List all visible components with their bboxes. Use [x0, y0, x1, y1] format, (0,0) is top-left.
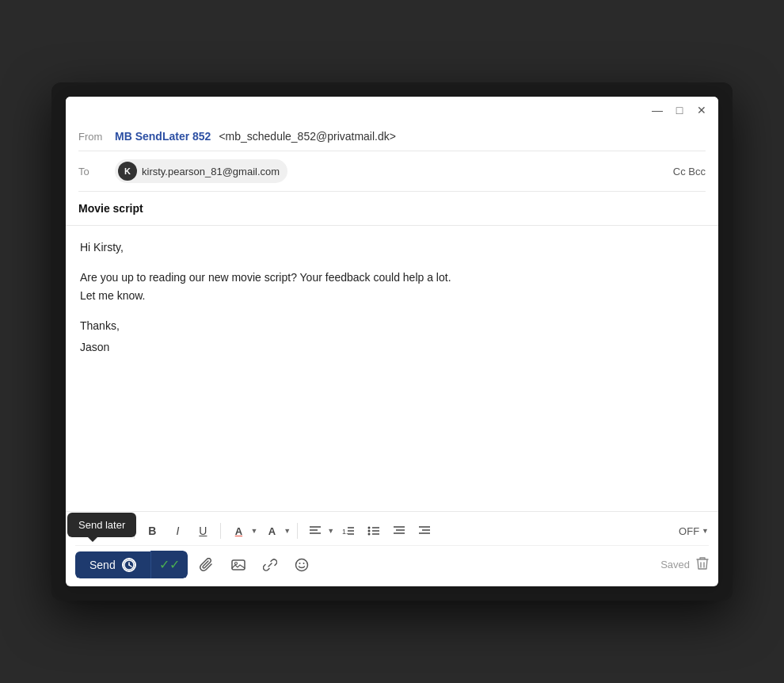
subject-text: Movie script: [78, 202, 143, 215]
off-chevron: ▼: [702, 527, 709, 535]
svg-text:1.: 1.: [342, 528, 348, 536]
clock-icon: [122, 558, 136, 572]
decrease-indent-button[interactable]: [388, 520, 410, 542]
svg-point-26: [303, 563, 304, 564]
sign1: Thanks,: [80, 317, 704, 334]
highlight-button[interactable]: A: [261, 520, 283, 542]
svg-point-25: [299, 563, 300, 564]
send-later-tooltip: Send later: [67, 513, 136, 537]
saved-label: Saved: [660, 559, 690, 570]
off-toggle[interactable]: OFF ▼: [679, 525, 709, 537]
separator-2: [220, 523, 221, 539]
send-button[interactable]: Send: [75, 551, 150, 578]
svg-point-24: [295, 559, 307, 570]
alignment-dropdown[interactable]: ▼: [304, 520, 334, 542]
font-color-chevron: ▼: [250, 527, 257, 535]
delete-button[interactable]: [696, 556, 709, 574]
off-label: OFF: [679, 525, 699, 537]
attachment-button[interactable]: [194, 552, 219, 578]
emoji-button[interactable]: [289, 552, 314, 578]
svg-line-21: [129, 565, 131, 567]
from-label: From: [78, 131, 107, 143]
send-btn-group: Send ✓✓: [75, 551, 188, 578]
title-bar: — □ ✕: [66, 97, 718, 122]
align-chevron: ▼: [327, 527, 334, 535]
body-line2: Let me know.: [80, 287, 704, 304]
greeting-line: Hi Kirsty,: [80, 238, 704, 256]
title-bar-controls: — □ ✕: [652, 105, 707, 116]
formatting-toolbar: Arial 10 ▼ B I U A ▼ A ▼: [75, 517, 709, 546]
from-row: From MB SendLater 852 <mb_schedule_852@p…: [78, 122, 706, 151]
font-color-button[interactable]: A: [227, 520, 249, 542]
action-toolbar: Send later Send: [75, 546, 709, 582]
ordered-list-button[interactable]: 1.: [337, 520, 360, 542]
cc-bcc-button[interactable]: Cc Bcc: [673, 166, 706, 177]
sign2: Jason: [80, 338, 704, 356]
check-icon: ✓✓: [159, 558, 180, 571]
svg-point-8: [368, 530, 371, 532]
link-button[interactable]: [257, 552, 283, 578]
recipient-email: kirsty.pearson_81@gmail.com: [142, 166, 280, 177]
font-color-dropdown[interactable]: A ▼: [227, 520, 257, 542]
bold-button[interactable]: B: [141, 520, 163, 542]
saved-area: Saved: [660, 556, 709, 574]
to-label: To: [78, 166, 107, 177]
toolbar-area: Arial 10 ▼ B I U A ▼ A ▼: [66, 511, 718, 586]
svg-point-7: [368, 527, 371, 529]
header-section: From MB SendLater 852 <mb_schedule_852@p…: [66, 122, 718, 192]
send-button-container: Send later Send: [75, 551, 188, 578]
image-button[interactable]: [226, 552, 251, 578]
check-button[interactable]: ✓✓: [150, 551, 188, 578]
send-label: Send: [89, 559, 116, 571]
from-email: <mb_schedule_852@privatmail.dk>: [219, 130, 396, 143]
unordered-list-button[interactable]: [363, 520, 385, 542]
align-button[interactable]: [304, 520, 326, 542]
from-name: MB SendLater 852: [115, 130, 211, 143]
svg-point-9: [368, 533, 371, 536]
separator-3: [297, 523, 298, 539]
compose-window: — □ ✕ From MB SendLater 852 <mb_schedule…: [66, 97, 718, 586]
maximize-button[interactable]: □: [674, 105, 685, 116]
svg-rect-22: [232, 560, 245, 570]
svg-point-23: [234, 562, 237, 564]
subject-row: Movie script: [66, 192, 718, 226]
avatar: K: [118, 162, 137, 181]
close-button[interactable]: ✕: [696, 105, 707, 116]
highlight-chevron: ▼: [284, 527, 291, 535]
body-line1: Are you up to reading our new movie scri…: [80, 269, 704, 286]
highlight-dropdown[interactable]: A ▼: [261, 520, 291, 542]
recipient-chip[interactable]: K kirsty.pearson_81@gmail.com: [115, 159, 287, 183]
minimize-button[interactable]: —: [652, 105, 663, 116]
window-shadow: — □ ✕ From MB SendLater 852 <mb_schedule…: [51, 82, 733, 601]
underline-button[interactable]: U: [192, 520, 214, 542]
email-body[interactable]: Hi Kirsty, Are you up to reading our new…: [66, 226, 718, 511]
italic-button[interactable]: I: [166, 520, 188, 542]
body-content: Are you up to reading our new movie scri…: [80, 269, 704, 304]
increase-indent-button[interactable]: [413, 520, 436, 542]
to-row: To K kirsty.pearson_81@gmail.com Cc Bcc: [78, 151, 706, 192]
